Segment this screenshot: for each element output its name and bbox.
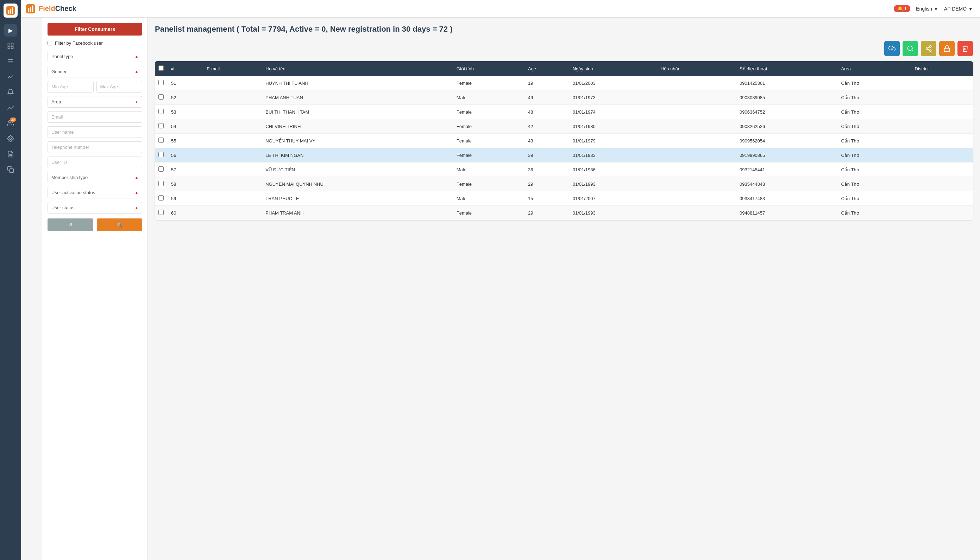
app-logo[interactable] bbox=[3, 3, 18, 18]
table-row[interactable]: 52 PHAM ANH TUAN Male 49 01/01/1973 0903… bbox=[155, 90, 973, 105]
cell-age: 29 bbox=[524, 177, 569, 192]
max-age-input[interactable] bbox=[97, 81, 143, 93]
row-checkbox[interactable] bbox=[159, 181, 164, 186]
dashboard-icon[interactable] bbox=[4, 39, 17, 52]
table-row[interactable]: 51 HUYNH THI TU ANH Female 19 01/01/2003… bbox=[155, 76, 973, 90]
cell-email bbox=[203, 76, 262, 90]
cell-area: Cần Thơ bbox=[837, 206, 911, 220]
notification-badge[interactable]: 🔔 1 bbox=[894, 5, 910, 12]
users-badge: 20 bbox=[10, 117, 16, 122]
membership-dropdown[interactable]: Member ship type ▲ bbox=[48, 172, 142, 183]
language-label: English bbox=[916, 6, 932, 12]
userid-input[interactable] bbox=[48, 157, 142, 168]
gender-dropdown[interactable]: Gender ▲ bbox=[48, 66, 142, 77]
users-icon[interactable]: 20 bbox=[4, 117, 17, 130]
cell-area: Cần Thơ bbox=[837, 163, 911, 177]
language-selector[interactable]: English ▼ bbox=[916, 6, 938, 12]
settings-icon[interactable] bbox=[4, 132, 17, 145]
svg-point-23 bbox=[930, 46, 932, 47]
row-checkbox[interactable] bbox=[159, 152, 164, 157]
cell-phone: 0909562054 bbox=[736, 134, 837, 148]
cell-dob: 01/01/1979 bbox=[569, 134, 657, 148]
reset-button[interactable]: ↺ bbox=[48, 218, 93, 231]
row-checkbox[interactable] bbox=[159, 195, 164, 200]
table-row[interactable]: 54 CHI VINH TRINH Female 42 01/01/1980 0… bbox=[155, 119, 973, 134]
table-area: Panelist management ( Total = 7794, Acti… bbox=[148, 18, 980, 560]
cell-dob: 01/01/1986 bbox=[569, 163, 657, 177]
row-checkbox[interactable] bbox=[159, 167, 164, 172]
row-checkbox[interactable] bbox=[159, 109, 164, 114]
search-button[interactable]: 🔍 bbox=[97, 218, 143, 231]
activation-dropdown[interactable]: User activation status ▲ bbox=[48, 187, 142, 198]
copy-icon[interactable] bbox=[4, 163, 17, 176]
bell-icon: 🔔 bbox=[897, 6, 903, 11]
svg-rect-19 bbox=[32, 5, 33, 12]
table-row[interactable]: 59 TRAN PHUC LE Male 15 01/01/2007 09384… bbox=[155, 192, 973, 206]
row-checkbox[interactable] bbox=[159, 138, 164, 143]
table-row[interactable]: 53 BUI THI THANH TAM Female 48 01/01/197… bbox=[155, 105, 973, 119]
cell-district bbox=[912, 119, 973, 134]
chevron-down-icon: ▼ bbox=[968, 6, 973, 12]
panel-type-dropdown[interactable]: Panel type ▲ bbox=[48, 51, 142, 62]
cell-age: 29 bbox=[524, 206, 569, 220]
username-input[interactable] bbox=[48, 126, 142, 138]
table-row[interactable]: 58 NGUYEN MAI QUYNH NHU Female 29 01/01/… bbox=[155, 177, 973, 192]
table-header-row: # E-mail Họ và tên Giới tính Age Ngày si… bbox=[155, 61, 973, 76]
cell-marital bbox=[657, 76, 736, 90]
table-row[interactable]: 57 VŨ ĐỨC TIỀN Male 36 01/01/1986 093214… bbox=[155, 163, 973, 177]
row-checkbox[interactable] bbox=[159, 123, 164, 128]
chart-icon[interactable] bbox=[4, 70, 17, 83]
list-icon[interactable] bbox=[4, 55, 17, 68]
row-checkbox[interactable] bbox=[159, 210, 164, 215]
svg-rect-18 bbox=[30, 7, 31, 12]
row-checkbox[interactable] bbox=[159, 94, 164, 100]
cell-area: Cần Thơ bbox=[837, 134, 911, 148]
lock-button[interactable] bbox=[939, 41, 955, 56]
min-age-input[interactable] bbox=[48, 81, 93, 93]
share-button[interactable] bbox=[921, 41, 937, 56]
cell-phone: 0906364752 bbox=[736, 105, 837, 119]
cell-name: PHAM TRAM ANH bbox=[262, 206, 453, 220]
cell-dob: 01/01/1993 bbox=[569, 206, 657, 220]
table-row[interactable]: 60 PHAM TRAM ANH Female 29 01/01/1993 09… bbox=[155, 206, 973, 220]
delete-button[interactable] bbox=[957, 41, 973, 56]
cell-gender: Female bbox=[453, 206, 524, 220]
facebook-filter-checkbox[interactable] bbox=[48, 41, 52, 45]
search2-button[interactable] bbox=[903, 41, 918, 56]
cell-name: NGUYỄN THỤY MAI VY bbox=[262, 134, 453, 148]
telephone-input[interactable] bbox=[48, 142, 142, 153]
account-selector[interactable]: AP DEMO ▼ bbox=[944, 6, 973, 12]
cell-email bbox=[203, 90, 262, 105]
cell-gender: Male bbox=[453, 90, 524, 105]
reports-icon[interactable] bbox=[4, 148, 17, 160]
area-dropdown[interactable]: Area ▲ bbox=[48, 96, 142, 108]
filter-actions: ↺ 🔍 bbox=[48, 218, 142, 231]
cell-email bbox=[203, 105, 262, 119]
trending-icon[interactable] bbox=[4, 101, 17, 114]
select-all-checkbox[interactable] bbox=[159, 65, 164, 71]
cell-marital bbox=[657, 163, 736, 177]
row-checkbox[interactable] bbox=[159, 80, 164, 85]
cell-district bbox=[912, 177, 973, 192]
cell-num: 58 bbox=[167, 177, 203, 192]
cell-age: 42 bbox=[524, 119, 569, 134]
upload-icon bbox=[888, 45, 895, 52]
table-row[interactable]: 56 LE THI KIM NGAN Female 39 01/01/1983 … bbox=[155, 148, 973, 163]
cell-phone: 0935444348 bbox=[736, 177, 837, 192]
cell-email bbox=[203, 192, 262, 206]
filter-panel: Filter Consumers Filter by Facebook user… bbox=[42, 18, 148, 560]
email-input[interactable] bbox=[48, 111, 142, 123]
brand-logo-icon bbox=[25, 3, 36, 14]
page-title: Panelist management ( Total = 7794, Acti… bbox=[155, 25, 973, 34]
status-dropdown[interactable]: User status ▲ bbox=[48, 202, 142, 213]
upload-button[interactable] bbox=[884, 41, 900, 56]
cell-num: 52 bbox=[167, 90, 203, 105]
menu-toggle[interactable]: ▶ bbox=[4, 24, 17, 37]
cell-num: 51 bbox=[167, 76, 203, 90]
bell-icon[interactable] bbox=[4, 86, 17, 98]
table-row[interactable]: 55 NGUYỄN THỤY MAI VY Female 43 01/01/19… bbox=[155, 134, 973, 148]
col-district: District bbox=[912, 61, 973, 76]
main-content: Filter Consumers Filter by Facebook user… bbox=[42, 18, 980, 560]
cell-email bbox=[203, 206, 262, 220]
cell-gender: Female bbox=[453, 105, 524, 119]
